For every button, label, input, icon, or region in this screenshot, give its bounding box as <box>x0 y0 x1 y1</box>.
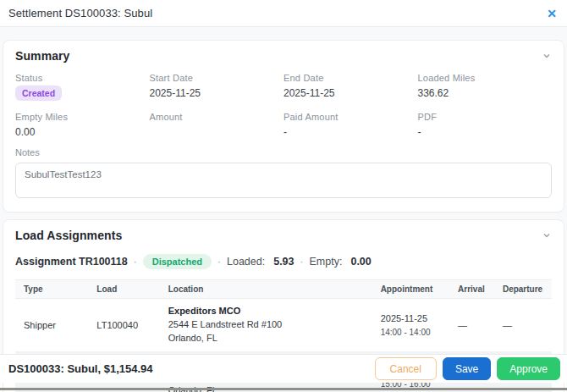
modal-footer: DS100033: Subul, $1,154.94 Cancel Save A… <box>0 354 567 383</box>
cell-departure: — <box>494 299 552 351</box>
assignment-summary-line: Assignment TR100118 · Dispatched · Loade… <box>15 254 552 269</box>
cell-location: Expeditors MCO 2544 E Landstreet Rd #100… <box>160 299 372 351</box>
field-end-date: End Date 2025-11-25 <box>284 73 418 101</box>
chevron-down-icon[interactable] <box>542 230 552 240</box>
field-empty-miles-label: Empty Miles <box>15 112 150 122</box>
appointment-time: 14:00 - 14:00 <box>381 326 443 339</box>
cell-load: LT100040 <box>88 299 159 351</box>
location-address: 2544 E Landstreet Rd #100 <box>168 318 366 332</box>
field-amount-label: Amount <box>150 112 284 122</box>
settlement-modal: Settlement DS100033: Subul ✕ Summary Sta… <box>0 0 567 392</box>
summary-fields: Status Created Start Date 2025-11-25 End… <box>15 73 552 138</box>
summary-card: Summary Status Created Start Date 2025-1… <box>3 40 564 213</box>
modal-header: Settlement DS100033: Subul ✕ <box>0 0 567 27</box>
save-button[interactable]: Save <box>443 357 491 380</box>
cell-type: Shipper <box>15 299 88 351</box>
field-start-date: Start Date 2025-11-25 <box>150 73 284 101</box>
col-appointment: Appointment <box>372 280 449 299</box>
settlement-total-text: DS100033: Subul, $1,154.94 <box>8 362 153 375</box>
modal-title: Settlement DS100033: Subul <box>8 7 152 19</box>
field-paid-amount: Paid Amount - <box>284 112 418 138</box>
field-loaded-miles-value: 336.62 <box>418 87 553 99</box>
field-pdf-label: PDF <box>418 112 553 122</box>
field-loaded-miles-label: Loaded Miles <box>418 73 553 83</box>
summary-card-header: Summary <box>15 49 552 63</box>
chevron-down-icon[interactable] <box>542 51 552 61</box>
footer-actions: Cancel Save Approve <box>375 357 560 380</box>
col-location: Location <box>160 280 372 299</box>
field-end-date-value: 2025-11-25 <box>284 87 418 99</box>
field-empty-miles: Empty Miles 0.00 <box>15 112 150 138</box>
cancel-button[interactable]: Cancel <box>375 357 437 380</box>
field-pdf: PDF - <box>418 112 553 138</box>
load-assignments-heading: Load Assignments <box>15 229 122 242</box>
col-load: Load <box>88 280 159 299</box>
notes-label: Notes <box>15 147 552 157</box>
field-start-date-value: 2025-11-25 <box>150 87 284 99</box>
col-arrival: Arrival <box>449 280 494 299</box>
modal-body: Summary Status Created Start Date 2025-1… <box>0 27 567 354</box>
separator-dot: · <box>300 256 304 268</box>
cell-arrival: — <box>449 299 494 351</box>
approve-button[interactable]: Approve <box>497 357 560 380</box>
field-status-label: Status <box>15 73 150 83</box>
field-paid-amount-label: Paid Amount <box>284 112 418 122</box>
field-loaded-miles: Loaded Miles 336.62 <box>418 73 553 101</box>
field-amount: Amount <box>150 112 284 138</box>
empty-label: Empty: <box>310 256 343 268</box>
page-backdrop-edge <box>0 388 567 390</box>
close-icon[interactable]: ✕ <box>547 8 557 19</box>
separator-dot: · <box>217 256 221 268</box>
status-badge: Created <box>15 86 62 101</box>
notes-textarea[interactable]: SubulTestTest123 <box>15 163 552 198</box>
load-assignments-header: Load Assignments <box>15 229 552 242</box>
empty-value: 0.00 <box>350 256 371 268</box>
field-empty-miles-value: 0.00 <box>15 126 150 138</box>
table-header-row: Type Load Location Appointment Arrival D… <box>15 280 552 299</box>
field-pdf-value: - <box>418 126 553 138</box>
loaded-label: Loaded: <box>227 256 265 268</box>
field-paid-amount-value: - <box>284 126 418 138</box>
loaded-value: 5.93 <box>273 256 294 268</box>
dispatched-badge: Dispatched <box>143 254 212 269</box>
location-city: Orlando, FL <box>168 332 366 345</box>
cell-appointment: 2025-11-25 14:00 - 14:00 <box>372 299 449 351</box>
field-status: Status Created <box>15 73 150 101</box>
field-end-date-label: End Date <box>284 73 418 83</box>
assignment-title: Assignment TR100118 <box>15 256 128 268</box>
summary-heading: Summary <box>15 49 70 63</box>
appointment-date: 2025-11-25 <box>381 312 443 326</box>
separator-dot: · <box>134 256 137 268</box>
field-amount-value <box>150 126 284 138</box>
field-start-date-label: Start Date <box>150 73 284 83</box>
col-type: Type <box>15 280 88 299</box>
table-row-shipper: Shipper LT100040 Expeditors MCO 2544 E L… <box>15 299 552 351</box>
col-departure: Departure <box>494 280 552 299</box>
location-name: Expeditors MCO <box>168 305 366 318</box>
